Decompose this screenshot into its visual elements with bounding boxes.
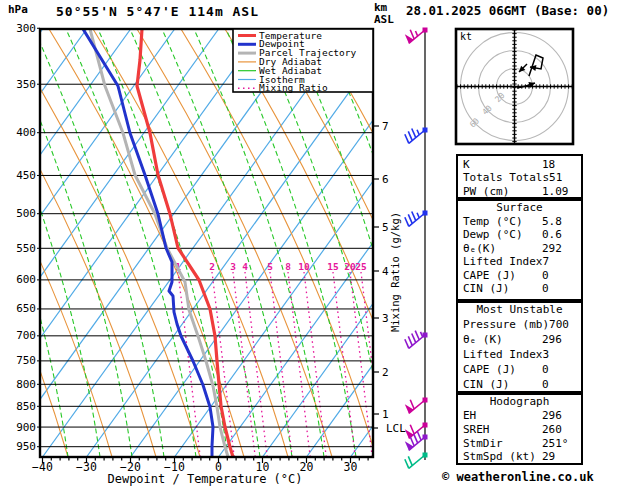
stat-value: 251° <box>542 437 578 451</box>
stat-row: Pressure (mb)700 <box>458 317 581 332</box>
svg-text:4: 4 <box>242 261 248 272</box>
stat-row: Lifted Index3 <box>458 347 581 362</box>
hodograph-stats-panel: Hodograph EH296SREH260StmDir251°StmSpd (… <box>456 393 583 465</box>
stat-label: Pressure (mb) <box>463 317 549 332</box>
stat-row: PW (cm)1.09 <box>458 185 581 198</box>
stat-row: StmSpd (kt)29 <box>458 450 581 464</box>
legend: TemperatureDewpointParcel TrajectoryDry … <box>233 29 373 93</box>
stat-value: 0 <box>542 362 578 377</box>
svg-text:950: 950 <box>16 440 36 453</box>
mixing-ratio-labels: 12345810152025 <box>175 261 367 272</box>
temperature-axis-title: Dewpoint / Temperature (°C) <box>107 472 302 486</box>
stat-row: CAPE (J)0 <box>458 269 581 282</box>
svg-text:8: 8 <box>285 261 291 272</box>
svg-text:300: 300 <box>16 22 36 35</box>
stat-value: 260 <box>542 423 578 437</box>
svg-text:800: 800 <box>16 378 36 391</box>
mixing-ratio-axis-title: Mixing Ratio (g/kg) <box>389 212 401 332</box>
wind-barb <box>405 211 428 227</box>
hodograph-unit-label: kt <box>460 31 472 42</box>
stat-value: 296 <box>542 332 578 347</box>
stat-label: EH <box>463 409 542 423</box>
svg-text:15: 15 <box>327 261 339 272</box>
svg-text:650: 650 <box>16 302 36 315</box>
stat-label: CAPE (J) <box>463 362 542 377</box>
stat-value: 7 <box>542 255 578 268</box>
stat-value: 5.8 <box>542 215 578 228</box>
stat-label: StmSpd (kt) <box>463 450 542 464</box>
svg-text:500: 500 <box>16 207 36 220</box>
svg-text:−40: −40 <box>32 460 53 474</box>
svg-text:2: 2 <box>209 261 215 272</box>
stat-row: Totals Totals51 <box>458 171 581 184</box>
stat-value: 0 <box>542 269 578 282</box>
stat-value: 0 <box>542 282 578 295</box>
stat-row: Dewp (°C)0.6 <box>458 228 581 241</box>
mixing-ratio-lines <box>178 272 383 457</box>
svg-text:4: 4 <box>382 265 389 278</box>
svg-text:900: 900 <box>16 421 36 434</box>
svg-text:6: 6 <box>382 173 389 186</box>
stat-label: SREH <box>463 423 542 437</box>
stat-value: 51 <box>549 171 585 184</box>
most-unstable-panel: Most Unstable Pressure (mb)700θₑ (K)296L… <box>456 301 583 393</box>
stat-label: K <box>463 158 542 171</box>
stat-row: Temp (°C)5.8 <box>458 215 581 228</box>
wind-barb <box>405 331 428 349</box>
svg-text:10: 10 <box>298 261 310 272</box>
stat-label: PW (cm) <box>463 185 542 198</box>
wind-barb <box>405 28 428 44</box>
stat-row: StmDir251° <box>458 437 581 451</box>
stat-label: Temp (°C) <box>463 215 542 228</box>
stat-value: 18 <box>542 158 578 171</box>
stat-value: 296 <box>542 409 578 423</box>
stat-row: CAPE (J)0 <box>458 362 581 377</box>
wind-barb <box>405 128 428 144</box>
stat-label: Totals Totals <box>463 171 549 184</box>
stat-label: CIN (J) <box>463 282 542 295</box>
skewt-diagram: 1234581015202530035040045050055060065070… <box>0 0 440 486</box>
svg-text:700: 700 <box>16 329 36 342</box>
wind-barb <box>405 453 428 469</box>
stat-value: 0.6 <box>542 228 578 241</box>
stat-value: 0 <box>542 377 578 392</box>
svg-text:5: 5 <box>267 261 273 272</box>
stat-row: K18 <box>458 158 581 171</box>
svg-text:7: 7 <box>382 120 389 133</box>
wind-barb <box>405 398 428 414</box>
svg-text:2: 2 <box>382 366 389 379</box>
stat-value: 292 <box>542 242 578 255</box>
stat-row: CIN (J)0 <box>458 282 581 295</box>
stat-row: Lifted Index7 <box>458 255 581 268</box>
surface-panel-title: Surface <box>458 201 581 215</box>
svg-text:20: 20 <box>344 261 356 272</box>
stat-row: EH296 <box>458 409 581 423</box>
stat-label: θₑ (K) <box>463 332 542 347</box>
svg-text:400: 400 <box>16 126 36 139</box>
stat-value: 3 <box>542 347 578 362</box>
svg-text:−30: −30 <box>76 460 97 474</box>
stat-label: Lifted Index <box>463 255 542 268</box>
svg-text:450: 450 <box>16 169 36 182</box>
stat-value: 700 <box>549 317 585 332</box>
lcl-label: LCL <box>386 422 406 435</box>
stat-label: StmDir <box>463 437 542 451</box>
copyright-footer: © weatheronline.co.uk <box>442 470 594 484</box>
svg-text:750: 750 <box>16 354 36 367</box>
hodograph-stats-panel-title: Hodograph <box>458 395 581 409</box>
stat-value: 29 <box>542 450 578 464</box>
svg-text:3: 3 <box>230 261 236 272</box>
stat-label: Dewp (°C) <box>463 228 542 241</box>
stat-row: θₑ(K)292 <box>458 242 581 255</box>
svg-text:25: 25 <box>355 261 367 272</box>
stat-label: CIN (J) <box>463 377 542 392</box>
stat-label: CAPE (J) <box>463 269 542 282</box>
stat-value: 1.09 <box>542 185 578 198</box>
most-unstable-panel-title: Most Unstable <box>458 303 581 317</box>
svg-text:350: 350 <box>16 78 36 91</box>
stat-row: SREH260 <box>458 423 581 437</box>
stat-row: CIN (J)0 <box>458 377 581 392</box>
dewpoint-curve <box>83 29 213 457</box>
wind-barb-column <box>405 28 428 469</box>
stat-label: θₑ(K) <box>463 242 542 255</box>
